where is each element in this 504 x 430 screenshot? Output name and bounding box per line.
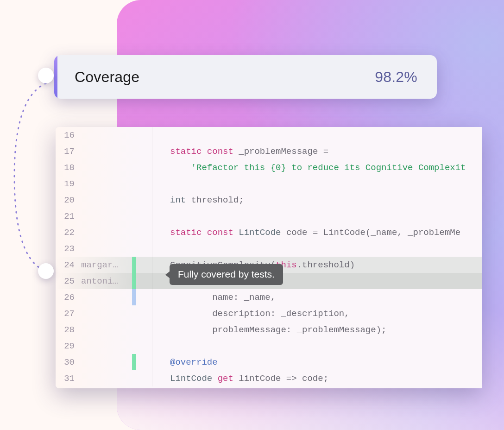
coverage-title: Coverage xyxy=(75,69,139,86)
code-line[interactable]: 16 xyxy=(56,127,482,143)
coverage-gutter[interactable] xyxy=(132,370,152,386)
line-number: 21 xyxy=(56,211,81,221)
code-panel[interactable]: 1617static const _problemMessage =18 'Re… xyxy=(56,127,482,388)
line-number: 23 xyxy=(56,244,81,254)
coverage-gutter[interactable] xyxy=(132,240,152,257)
coverage-card[interactable]: Coverage 98.2% xyxy=(54,55,437,99)
connector-dot-top xyxy=(38,68,54,83)
line-number: 16 xyxy=(56,130,81,140)
blame-author: margar… xyxy=(81,260,132,270)
coverage-tooltip: Fully covered by tests. xyxy=(170,264,283,285)
code-line[interactable]: 20int threshold; xyxy=(56,192,482,208)
code-content: @override xyxy=(152,357,218,367)
coverage-marker xyxy=(132,354,136,370)
code-content: problemMessage: _problemMessage); xyxy=(152,325,386,335)
coverage-gutter[interactable] xyxy=(132,192,152,208)
coverage-gutter[interactable] xyxy=(132,143,152,159)
coverage-gutter[interactable] xyxy=(132,354,152,370)
code-line[interactable]: 27 description: _description, xyxy=(56,305,482,322)
coverage-gutter[interactable] xyxy=(132,176,152,192)
coverage-gutter[interactable] xyxy=(132,338,152,354)
code-content: static const LintCode code = LintCode(_n… xyxy=(152,228,460,238)
line-number: 22 xyxy=(56,228,81,238)
line-number: 30 xyxy=(56,357,81,367)
coverage-value: 98.2% xyxy=(375,69,417,86)
code-line[interactable]: 22static const LintCode code = LintCode(… xyxy=(56,224,482,240)
coverage-marker xyxy=(132,273,136,289)
coverage-gutter[interactable] xyxy=(132,322,152,338)
coverage-gutter[interactable] xyxy=(132,289,152,305)
coverage-gutter[interactable] xyxy=(132,224,152,240)
code-line[interactable]: 17static const _problemMessage = xyxy=(56,143,482,159)
code-content: description: _description, xyxy=(152,309,350,319)
code-content: LintCode get lintCode => code; xyxy=(152,373,328,384)
coverage-marker xyxy=(132,289,136,305)
line-number: 31 xyxy=(56,373,81,384)
code-line[interactable]: 29 xyxy=(56,338,482,354)
line-number: 28 xyxy=(56,325,81,335)
code-content: int threshold; xyxy=(152,195,244,205)
line-number: 27 xyxy=(56,309,81,319)
code-line[interactable]: 31LintCode get lintCode => code; xyxy=(56,370,482,386)
line-number: 18 xyxy=(56,163,81,173)
code-content: static const _problemMessage = xyxy=(152,146,328,157)
code-line[interactable]: 18 'Refactor this {0} to reduce its Cogn… xyxy=(56,159,482,176)
blame-author: antoni… xyxy=(81,276,132,286)
coverage-gutter[interactable] xyxy=(132,257,152,273)
code-line[interactable]: 21 xyxy=(56,208,482,224)
line-number: 25 xyxy=(56,276,81,286)
coverage-gutter[interactable] xyxy=(132,159,152,176)
coverage-gutter[interactable] xyxy=(132,305,152,322)
code-line[interactable]: 28 problemMessage: _problemMessage); xyxy=(56,322,482,338)
line-number: 20 xyxy=(56,195,81,205)
code-content: name: _name, xyxy=(152,292,276,303)
line-number: 24 xyxy=(56,260,81,270)
coverage-gutter[interactable] xyxy=(132,208,152,224)
code-content: 'Refactor this {0} to reduce its Cogniti… xyxy=(152,163,466,173)
line-number: 17 xyxy=(56,146,81,157)
code-line[interactable]: 26 name: _name, xyxy=(56,289,482,305)
code-line[interactable]: 19 xyxy=(56,176,482,192)
coverage-tooltip-text: Fully covered by tests. xyxy=(178,269,275,279)
code-line[interactable]: 23 xyxy=(56,240,482,257)
coverage-marker xyxy=(132,257,136,273)
coverage-gutter[interactable] xyxy=(132,127,152,143)
line-number: 29 xyxy=(56,341,81,351)
line-number: 26 xyxy=(56,292,81,303)
line-number: 19 xyxy=(56,179,81,189)
code-lines: 1617static const _problemMessage =18 'Re… xyxy=(56,127,482,386)
connector-dot-bottom xyxy=(38,263,54,279)
code-line[interactable]: 30@override xyxy=(56,354,482,370)
coverage-gutter[interactable] xyxy=(132,273,152,289)
